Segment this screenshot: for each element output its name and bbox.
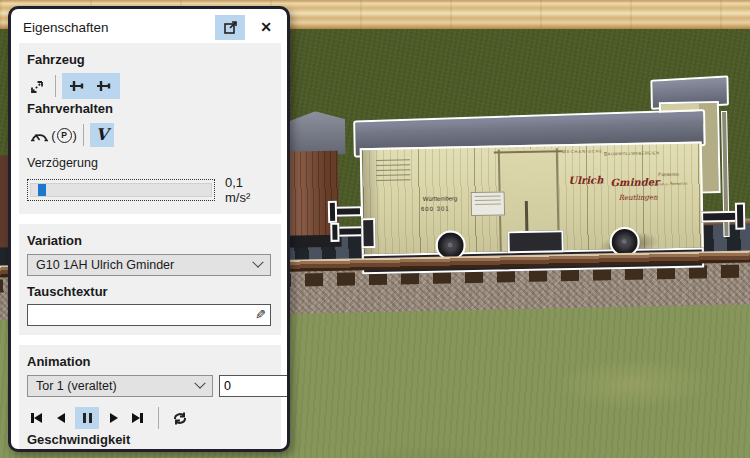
wagon-ad-name: Ulrich [568, 175, 603, 186]
app-window: Württemberg 600 301 Mechanische Baumwoll… [0, 0, 750, 458]
properties-panel: Eigenschaften ✕ Fahrzeug [8, 6, 290, 452]
pause-icon [83, 413, 92, 423]
play-back-icon [57, 413, 65, 423]
skip-end-icon [132, 413, 140, 423]
parking-brake-icon: (P) [51, 128, 77, 143]
variation-heading: Variation [27, 233, 271, 248]
coupling-button-group [62, 73, 120, 99]
tauschtextur-field: ✎ [27, 304, 271, 326]
coupler-icon [96, 79, 113, 93]
play-icon [110, 413, 118, 423]
edit-pencil-icon[interactable]: ✎ [255, 307, 266, 322]
fahrverhalten-heading: Fahrverhalten [27, 101, 271, 116]
tacho-button[interactable] [27, 123, 51, 147]
animation-heading: Animation [27, 354, 271, 369]
skip-start-button[interactable] [27, 407, 46, 429]
buffer-plate [735, 203, 746, 230]
tauschtextur-input[interactable] [27, 304, 271, 326]
wagon-ad-text: Bleiche u. Appretur [650, 182, 687, 187]
wagon-ad-text: Baumwollwebereien [604, 150, 660, 156]
buffer-plate [328, 201, 337, 223]
resize-arrow-icon [29, 77, 47, 95]
slider-track[interactable] [30, 183, 212, 197]
animation-selected: Tor 1 (veraltet) [36, 379, 117, 393]
loop-icon [172, 411, 188, 426]
panel-titlebar: Eigenschaften ✕ [11, 9, 287, 43]
fahrverhalten-toolbar: (P) V [27, 122, 271, 148]
verzoegerung-row: 0,1 m/s² [27, 175, 271, 205]
animation-row: Tor 1 (veraltet) ▲ ▼ [27, 375, 271, 397]
wagon-region-text: Württemberg [423, 195, 458, 202]
wagon-placard [471, 191, 505, 216]
toolbar-separator [83, 124, 84, 146]
velocity-mode-button[interactable]: V [90, 123, 114, 147]
animation-frame-input[interactable] [219, 375, 290, 397]
verzoegerung-value: 0,1 m/s² [225, 175, 271, 205]
skip-end-button[interactable] [128, 407, 147, 429]
toolbar-separator [158, 407, 159, 429]
chevron-down-icon [252, 257, 263, 268]
velocity-icon: V [96, 127, 108, 143]
scale-vehicle-button[interactable] [27, 74, 49, 98]
wagon-ad-text: Färberei [658, 172, 679, 177]
step-back-button[interactable] [51, 407, 70, 429]
verzoegerung-label: Verzögerung [27, 156, 271, 170]
wagon-step [361, 218, 376, 248]
wagon-fineprint [372, 155, 415, 185]
pause-button[interactable] [75, 407, 99, 429]
fahrzeug-heading: Fahrzeug [27, 52, 271, 67]
open-in-new-window-icon [223, 20, 238, 35]
couple-rear-button[interactable] [96, 79, 113, 93]
wagon-ad-text: Mechanische [562, 148, 603, 154]
chevron-down-icon [194, 378, 205, 389]
underframe-box [507, 230, 563, 253]
animation-dropdown[interactable]: Tor 1 (veraltet) [27, 375, 213, 397]
parking-brake-button[interactable]: (P) [51, 123, 77, 147]
wagon-number-text: 600 301 [421, 205, 450, 212]
loop-button[interactable] [170, 407, 189, 429]
couple-front-button[interactable] [69, 79, 86, 93]
animation-player [27, 406, 271, 430]
verzoegerung-slider[interactable] [27, 179, 215, 201]
close-icon: ✕ [260, 19, 272, 35]
play-button[interactable] [104, 407, 123, 429]
close-button[interactable]: ✕ [253, 15, 279, 40]
variation-selected: G10 1AH Ulrich Gminder [36, 258, 174, 272]
skip-start-icon [34, 413, 42, 423]
tauschtextur-heading: Tauschtextur [27, 284, 271, 299]
fahrzeug-toolbar [27, 73, 271, 99]
popout-button[interactable] [215, 15, 245, 40]
panel-title: Eigenschaften [23, 20, 215, 35]
slider-thumb[interactable] [38, 184, 46, 196]
section-fahrzeug: Fahrzeug [19, 43, 281, 214]
skip-end-icon [140, 413, 143, 423]
speedometer-icon [30, 128, 49, 142]
section-variation: Variation G10 1AH Ulrich Gminder Tauscht… [19, 224, 281, 335]
toolbar-separator [55, 75, 56, 97]
geschwindigkeit-heading: Geschwindigkeit [27, 432, 271, 447]
coupler-icon [69, 79, 86, 93]
slider-thumb[interactable] [92, 452, 102, 453]
variation-dropdown[interactable]: G10 1AH Ulrich Gminder [27, 254, 271, 276]
section-animation: Animation Tor 1 (veraltet) ▲ ▼ [19, 345, 281, 452]
buffer-plate [330, 223, 339, 242]
wagon-ad-city: Reutlingen [619, 194, 658, 202]
